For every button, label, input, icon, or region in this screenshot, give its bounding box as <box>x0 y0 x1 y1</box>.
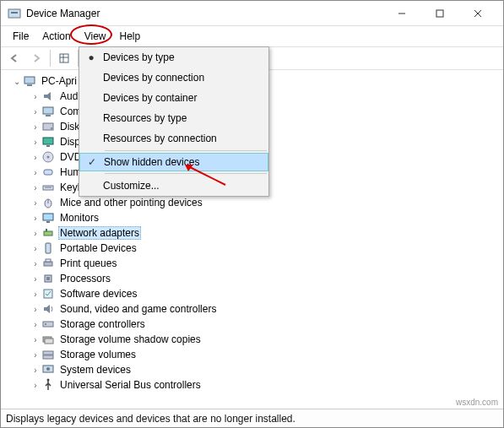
expand-icon[interactable]: › <box>30 136 41 148</box>
menu-devices-by-connection[interactable]: Devices by connection <box>79 68 268 88</box>
view-dropdown: ● Devices by type Devices by connection … <box>79 46 269 197</box>
expand-icon[interactable]: › <box>30 333 41 345</box>
svg-point-46 <box>47 379 50 382</box>
close-button[interactable] <box>458 2 496 25</box>
svg-rect-28 <box>46 221 50 223</box>
check-icon: ✓ <box>80 156 104 168</box>
menu-file[interactable]: File <box>6 28 35 45</box>
expand-icon[interactable]: › <box>30 303 41 315</box>
back-button[interactable] <box>4 49 24 68</box>
software-icon <box>41 287 55 301</box>
properties-button[interactable] <box>54 49 74 68</box>
network-icon <box>41 226 55 240</box>
sound-icon <box>41 302 55 316</box>
tree-item-printer[interactable]: ›Print queues <box>6 256 503 271</box>
tree-item-usb[interactable]: ›Universal Serial Bus controllers <box>6 377 503 393</box>
tree-item-storage[interactable]: ›Storage controllers <box>6 317 503 332</box>
tree-root-label: PC-Apri <box>40 75 79 87</box>
expand-icon[interactable]: › <box>30 288 41 300</box>
system-icon <box>41 363 55 377</box>
status-bar: Displays legacy devices and devices that… <box>1 409 503 427</box>
expand-icon[interactable]: › <box>30 257 41 269</box>
keyboard-icon <box>41 181 55 194</box>
expand-icon[interactable]: › <box>30 90 41 102</box>
svg-rect-22 <box>44 170 52 175</box>
app-icon <box>8 7 21 20</box>
menu-show-hidden-devices[interactable]: ✓ Show hidden devices <box>79 153 268 171</box>
expand-icon[interactable]: › <box>30 166 41 178</box>
menu-devices-by-type[interactable]: ● Devices by type <box>79 47 268 68</box>
expand-icon[interactable]: › <box>30 197 41 209</box>
expand-icon[interactable]: › <box>30 106 41 117</box>
title-bar: Device Manager <box>1 1 503 26</box>
menu-item-label: Devices by type <box>103 51 268 63</box>
printer-icon <box>41 257 55 270</box>
svg-rect-14 <box>43 107 53 114</box>
tree-item-cpu[interactable]: ›Processors <box>6 271 503 286</box>
expand-icon[interactable]: › <box>30 273 41 284</box>
computer-icon <box>23 74 36 88</box>
svg-rect-6 <box>60 54 68 62</box>
tree-item-shadow[interactable]: ›Storage volume shadow copies <box>6 332 503 347</box>
tree-item-label: Aud <box>58 90 79 102</box>
expand-icon[interactable]: › <box>30 121 41 133</box>
svg-rect-33 <box>46 259 51 262</box>
svg-rect-30 <box>46 229 47 231</box>
minimize-button[interactable] <box>382 2 420 25</box>
device-manager-window: Device Manager File Action View Help ⌄PC… <box>0 0 504 428</box>
expand-icon[interactable]: › <box>30 242 41 254</box>
tree-item-label: Print queues <box>58 257 118 269</box>
tree-item-monitor[interactable]: ›Monitors <box>6 210 503 225</box>
tree-item-label: Universal Serial Bus controllers <box>58 379 203 391</box>
tree-item-sound[interactable]: ›Sound, video and game controllers <box>6 301 503 317</box>
expand-icon[interactable]: › <box>30 212 41 224</box>
expand-icon[interactable]: › <box>30 181 41 193</box>
menu-view[interactable]: View <box>78 28 113 45</box>
window-title: Device Manager <box>26 8 382 19</box>
menu-resources-by-type[interactable]: Resources by type <box>79 108 268 128</box>
svg-rect-11 <box>24 77 35 84</box>
tree-item-software[interactable]: ›Software devices <box>6 286 503 301</box>
menu-item-label: Devices by connection <box>103 72 268 84</box>
watermark: wsxdn.com <box>456 398 498 407</box>
expand-icon[interactable]: › <box>30 379 41 391</box>
tree-item-label: Storage volumes <box>58 349 138 360</box>
menu-help[interactable]: Help <box>113 28 148 45</box>
volume-icon <box>41 348 55 361</box>
tree-item-label: Sound, video and game controllers <box>58 303 218 315</box>
menu-resources-by-connection[interactable]: Resources by connection <box>79 128 268 149</box>
svg-rect-32 <box>44 262 52 266</box>
maximize-button[interactable] <box>420 2 458 25</box>
svg-rect-38 <box>43 322 53 327</box>
monitor-icon <box>41 211 55 225</box>
menu-devices-by-container[interactable]: Devices by container <box>79 88 268 108</box>
audio-icon <box>41 89 55 103</box>
expand-icon[interactable]: › <box>30 151 41 163</box>
tree-item-label: Portable Devices <box>58 242 138 254</box>
menu-item-label: Show hidden devices <box>104 156 268 168</box>
menu-item-label: Resources by type <box>103 112 268 124</box>
menu-bar: File Action View Help <box>1 26 503 46</box>
menu-item-label: Customize... <box>103 180 268 192</box>
menu-separator <box>105 150 267 151</box>
svg-rect-41 <box>45 339 53 344</box>
tree-item-mouse[interactable]: ›Mice and other pointing devices <box>6 195 503 210</box>
dvd-icon <box>41 150 55 164</box>
tree-item-portable[interactable]: ›Portable Devices <box>6 241 503 256</box>
storage-icon <box>41 317 55 331</box>
tree-item-label: Monitors <box>58 212 100 224</box>
expand-icon[interactable]: › <box>30 227 41 239</box>
forward-button[interactable] <box>26 49 46 68</box>
menu-action[interactable]: Action <box>35 28 77 45</box>
expand-icon[interactable]: › <box>30 349 41 360</box>
expand-icon[interactable]: › <box>30 364 41 376</box>
tree-item-network[interactable]: ›Network adapters <box>6 225 503 241</box>
tree-item-system[interactable]: ›System devices <box>6 362 503 377</box>
hid-icon <box>41 165 55 179</box>
menu-customize[interactable]: Customize... <box>79 176 268 196</box>
svg-rect-3 <box>436 10 443 17</box>
svg-rect-18 <box>43 138 53 144</box>
collapse-icon[interactable]: ⌄ <box>11 75 23 87</box>
expand-icon[interactable]: › <box>30 318 41 330</box>
tree-item-volume[interactable]: ›Storage volumes <box>6 347 503 362</box>
